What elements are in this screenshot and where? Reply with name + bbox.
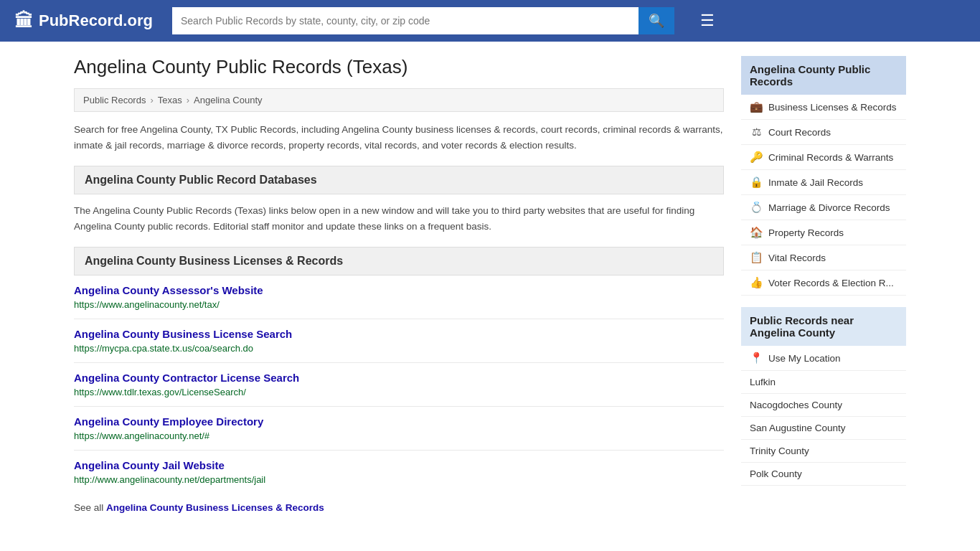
sidebar-item-voter[interactable]: 👍 Voter Records & Election R... <box>741 270 906 296</box>
content-area: Angelina County Public Records (Texas) P… <box>74 56 724 516</box>
location-pin-icon: 📍 <box>750 352 763 364</box>
house-icon: 🏠 <box>750 226 763 239</box>
search-icon: 🔍 <box>649 13 664 29</box>
breadcrumb-public-records[interactable]: Public Records <box>83 95 146 105</box>
sidebar-section2-title: Public Records near Angelina County <box>741 307 906 346</box>
logo-text: PubRecord.org <box>39 11 153 30</box>
sidebar-item-marriage[interactable]: 💍 Marriage & Divorce Records <box>741 195 906 220</box>
db-description: The Angelina County Public Records (Texa… <box>74 203 724 234</box>
record-url-1[interactable]: https://mycpa.cpa.state.tx.us/coa/search… <box>74 343 253 354</box>
sidebar-nearby-nacogdoches[interactable]: Nacogdoches County <box>741 394 906 417</box>
breadcrumb-sep-2: › <box>187 95 189 105</box>
header: 🏛 PubRecord.org 🔍 ☰ <box>0 0 980 42</box>
record-entry: Angelina County Jail Website http://www.… <box>74 451 724 494</box>
record-url-3[interactable]: https://www.angelinacounty.net/# <box>74 430 209 441</box>
use-location-item[interactable]: 📍 Use My Location <box>741 346 906 371</box>
record-entry: Angelina County Assessor's Website https… <box>74 276 724 319</box>
record-url-2[interactable]: https://www.tdlr.texas.gov/LicenseSearch… <box>74 387 246 397</box>
record-link-0[interactable]: Angelina County Assessor's Website <box>74 284 724 296</box>
breadcrumb-county: Angelina County <box>194 95 262 105</box>
see-all-line: See all Angelina County Business License… <box>74 494 724 516</box>
thumbsup-icon: 👍 <box>750 276 763 289</box>
sidebar-item-label-2: Criminal Records & Warrants <box>768 152 893 163</box>
sidebar-item-label-5: Property Records <box>768 227 844 238</box>
record-entry: Angelina County Contractor License Searc… <box>74 363 724 407</box>
scales-icon: ⚖ <box>750 126 763 138</box>
breadcrumb-sep-1: › <box>150 95 153 105</box>
sidebar-item-criminal[interactable]: 🔑 Criminal Records & Warrants <box>741 145 906 170</box>
db-section-header: Angelina County Public Record Databases <box>74 166 724 194</box>
search-container: 🔍 <box>172 7 674 34</box>
key-icon: 🔑 <box>750 151 763 164</box>
menu-button[interactable]: ☰ <box>694 9 720 33</box>
record-entry: Angelina County Employee Directory https… <box>74 407 724 451</box>
record-link-1[interactable]: Angelina County Business License Search <box>74 328 724 340</box>
briefcase-icon: 💼 <box>750 100 763 113</box>
sidebar-item-label-6: Vital Records <box>768 253 826 263</box>
sidebar-section1-title: Angelina County Public Records <box>741 56 906 95</box>
clipboard-icon: 📋 <box>750 251 763 264</box>
main-wrapper: Angelina County Public Records (Texas) P… <box>60 42 920 530</box>
menu-icon: ☰ <box>700 11 715 29</box>
page-title: Angelina County Public Records (Texas) <box>74 56 724 78</box>
records-list: Angelina County Assessor's Website https… <box>74 276 724 494</box>
use-location-label: Use My Location <box>768 353 841 364</box>
sidebar-item-business[interactable]: 💼 Business Licenses & Records <box>741 95 906 120</box>
sidebar-item-label-7: Voter Records & Election R... <box>768 278 894 288</box>
record-link-3[interactable]: Angelina County Employee Directory <box>74 415 724 428</box>
record-url-4[interactable]: http://www.angelinacounty.net/department… <box>74 474 265 485</box>
lock-icon: 🔒 <box>750 176 763 189</box>
sidebar-nearby-san-augustine[interactable]: San Augustine County <box>741 417 906 440</box>
sidebar-nearby-lufkin[interactable]: Lufkin <box>741 371 906 394</box>
breadcrumb: Public Records › Texas › Angelina County <box>74 88 724 112</box>
ring-icon: 💍 <box>750 201 763 214</box>
sidebar-item-vital[interactable]: 📋 Vital Records <box>741 245 906 270</box>
record-link-4[interactable]: Angelina County Jail Website <box>74 459 724 471</box>
building-icon: 🏛 <box>14 10 33 32</box>
sidebar-item-label-0: Business Licenses & Records <box>768 102 897 113</box>
record-entry: Angelina County Business License Search … <box>74 319 724 363</box>
biz-section-header: Angelina County Business Licenses & Reco… <box>74 247 724 276</box>
sidebar-item-inmate[interactable]: 🔒 Inmate & Jail Records <box>741 170 906 195</box>
logo-area[interactable]: 🏛 PubRecord.org <box>14 10 158 32</box>
sidebar-item-property[interactable]: 🏠 Property Records <box>741 220 906 245</box>
breadcrumb-texas[interactable]: Texas <box>158 95 182 105</box>
see-all-prefix: See all <box>74 502 106 513</box>
search-input[interactable] <box>172 7 639 34</box>
sidebar-nearby-trinity[interactable]: Trinity County <box>741 440 906 463</box>
sidebar: Angelina County Public Records 💼 Busines… <box>741 56 906 516</box>
search-button[interactable]: 🔍 <box>639 7 674 34</box>
record-url-0[interactable]: https://www.angelinacounty.net/tax/ <box>74 299 220 310</box>
record-link-2[interactable]: Angelina County Contractor License Searc… <box>74 372 724 384</box>
sidebar-item-court[interactable]: ⚖ Court Records <box>741 120 906 145</box>
sidebar-item-label-4: Marriage & Divorce Records <box>768 202 890 213</box>
see-all-link[interactable]: Angelina County Business Licenses & Reco… <box>106 502 324 513</box>
intro-text: Search for free Angelina County, TX Publ… <box>74 122 724 153</box>
sidebar-nearby-polk[interactable]: Polk County <box>741 463 906 486</box>
sidebar-item-label-1: Court Records <box>768 127 831 138</box>
sidebar-item-label-3: Inmate & Jail Records <box>768 177 863 188</box>
